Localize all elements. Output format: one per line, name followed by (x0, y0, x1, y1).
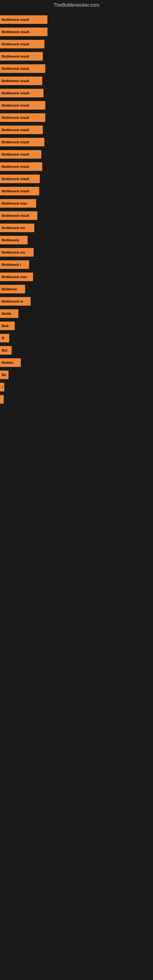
bar-label: Bottleneck result (2, 42, 29, 46)
bar: Bottleneck result (0, 101, 45, 110)
bar-row: ▌ (0, 393, 153, 406)
bar-label: Bottleneck result (2, 30, 29, 34)
bar: Bottleneck (0, 236, 27, 244)
bar-row: Bottlenec (0, 283, 153, 295)
bar-row: Bottleneck result (0, 50, 153, 62)
bar-label: Bottleneck result (2, 116, 29, 119)
bar-row: Bo (0, 369, 153, 381)
bar-label: Bottleneck res (2, 226, 25, 230)
bar-row: B (0, 332, 153, 344)
bar-row: | (0, 381, 153, 393)
bar-row: Bottleneck result (0, 62, 153, 75)
bar: Bottleneck resu (0, 272, 33, 281)
bar: Bottleneck result (0, 187, 39, 196)
bar: Bottleneck result (0, 175, 40, 183)
bar-row: Bottleneck result (0, 148, 153, 161)
bar-label: Bottleneck result (2, 165, 29, 169)
bar-row: Bottleneck res (0, 246, 153, 258)
bar-label: Bottleneck res (2, 250, 25, 254)
bar-row: Bottleneck result (0, 161, 153, 173)
bar-label: Bottleneck resu (2, 202, 27, 205)
bar: Bottlen (0, 358, 21, 367)
bar: | (0, 383, 4, 391)
bar-label: Bott (2, 324, 9, 328)
bar: Bot (0, 346, 12, 355)
bar-label: Bottleneck result (2, 18, 29, 21)
bar-row: Bottleneck re (0, 295, 153, 307)
bar-row: Bottleneck resu (0, 197, 153, 210)
bar-row: Bottleneck result (0, 99, 153, 111)
bar-label: Bottleneck (2, 238, 19, 242)
bar-label: Bottlenec (2, 287, 17, 291)
bar-row: Bottleneck result (0, 185, 153, 197)
bar: Bottleneck resu (0, 199, 36, 208)
bar-label: Bottleneck result (2, 177, 29, 181)
bar: Bottleneck result (0, 76, 42, 85)
bar-row: Bottleneck resu (0, 271, 153, 283)
bar-row: Bottleneck result (0, 87, 153, 99)
bar-row: Bottleneck result (0, 75, 153, 87)
bar-label: | (2, 385, 2, 389)
bar: Bottle (0, 309, 18, 318)
bar: Bottleneck result (0, 211, 37, 220)
bar-row: Bot (0, 344, 153, 356)
bar-label: Bottleneck result (2, 103, 29, 107)
bar-row: Bottlen (0, 356, 153, 369)
bar-label: Bottlen (2, 361, 13, 364)
bar: Bottleneck result (0, 15, 48, 24)
bar-row: Bottleneck r (0, 258, 153, 271)
bar: Bottleneck res (0, 224, 34, 232)
bar-row: Bottleneck res (0, 222, 153, 234)
bar: ▌ (0, 395, 4, 404)
bar-label: Bottleneck result (2, 153, 29, 156)
bar-label: Bot (2, 348, 7, 352)
bar-label: Bottleneck result (2, 54, 29, 58)
bar: Bottleneck result (0, 27, 48, 36)
bar-label: Bottleneck result (2, 128, 29, 132)
bar: Bottleneck result (0, 64, 45, 73)
bar-label: B (2, 336, 4, 340)
bar: Bottleneck result (0, 126, 43, 134)
bar-label: Bottleneck result (2, 189, 29, 193)
bar-label: Bottleneck result (2, 67, 29, 70)
page-title: TheBottlenecker.com (0, 0, 153, 10)
bar-row: Bottleneck result (0, 38, 153, 50)
bar: Bo (0, 371, 9, 379)
bar-label: Bottleneck result (2, 140, 29, 144)
bar-row: Bottleneck result (0, 26, 153, 38)
bar: Bottleneck result (0, 150, 41, 159)
bar: Bottleneck re (0, 297, 30, 305)
bar-row: Bott (0, 320, 153, 332)
bar: Bottlenec (0, 285, 25, 293)
bar-row: Bottleneck result (0, 111, 153, 124)
bar: Bottleneck result (0, 89, 43, 97)
bar-label: Bottle (2, 312, 11, 315)
bar-label: Bottleneck result (2, 214, 29, 218)
bar-row: Bottleneck result (0, 173, 153, 185)
bar: Bottleneck result (0, 52, 43, 60)
bar-row: Bottleneck result (0, 124, 153, 136)
bar: Bottleneck r (0, 260, 29, 269)
bar: Bottleneck res (0, 248, 33, 257)
bar-label: Bottleneck result (2, 91, 29, 95)
bar-label: Bottleneck r (2, 263, 21, 266)
bar: Bottleneck result (0, 138, 45, 146)
bar-label: Bo (2, 373, 6, 377)
bar: Bottleneck result (0, 162, 42, 171)
bar: B (0, 334, 9, 342)
bar-row: Bottleneck result (0, 210, 153, 222)
bar-label: Bottleneck result (2, 79, 29, 83)
bar-label: Bottleneck re (2, 299, 23, 303)
bar: Bottleneck result (0, 40, 45, 48)
bar-row: Bottleneck (0, 234, 153, 246)
bar: Bottleneck result (0, 113, 45, 122)
bar: Bott (0, 321, 15, 330)
bars-container: Bottleneck resultBottleneck resultBottle… (0, 10, 153, 409)
bar-label: Bottleneck resu (2, 275, 27, 279)
bar-row: Bottleneck result (0, 13, 153, 26)
bar-row: Bottle (0, 307, 153, 320)
bar-row: Bottleneck result (0, 136, 153, 148)
